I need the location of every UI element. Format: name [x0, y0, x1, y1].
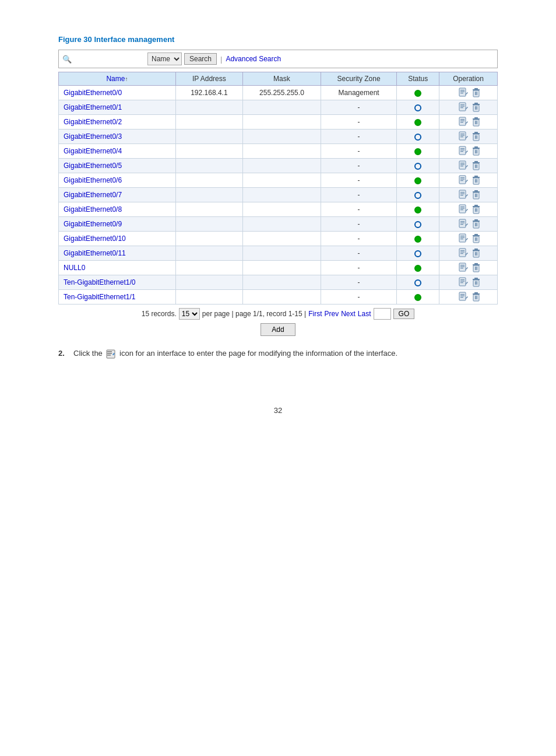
- edit-icon[interactable]: [458, 204, 469, 215]
- cell-ip: [175, 202, 242, 217]
- svg-rect-50: [473, 149, 479, 155]
- cell-operation: [439, 100, 498, 115]
- edit-icon[interactable]: [458, 160, 469, 171]
- cell-status: [397, 232, 439, 246]
- search-dropdown[interactable]: Name: [147, 52, 182, 65]
- delete-icon[interactable]: [471, 204, 479, 215]
- svg-rect-152: [475, 281, 476, 285]
- edit-icon[interactable]: [458, 219, 469, 229]
- interface-link[interactable]: GigabitEthernet0/5: [64, 162, 122, 170]
- svg-rect-63: [474, 161, 478, 162]
- interface-link[interactable]: GigabitEthernet0/2: [64, 118, 122, 126]
- svg-rect-150: [473, 279, 480, 280]
- interface-link[interactable]: GigabitEthernet0/3: [64, 132, 122, 141]
- interface-link[interactable]: GigabitEthernet0/1: [64, 103, 122, 111]
- cell-ip: [175, 290, 242, 304]
- interface-link[interactable]: GigabitEthernet0/10: [64, 235, 126, 243]
- search-input[interactable]: [75, 55, 145, 63]
- cell-zone: -: [321, 173, 397, 188]
- per-page-select[interactable]: 15: [179, 308, 200, 320]
- add-button[interactable]: Add: [261, 323, 295, 336]
- instruction-number: 2.: [58, 349, 70, 358]
- table-row: GigabitEthernet0/3-: [59, 130, 498, 144]
- delete-icon[interactable]: [471, 117, 479, 127]
- delete-icon[interactable]: [471, 88, 479, 98]
- cell-operation: [439, 115, 498, 130]
- delete-icon[interactable]: [471, 131, 479, 142]
- interface-link[interactable]: NULL0: [64, 264, 85, 272]
- advanced-search-link[interactable]: Advanced Search: [226, 55, 281, 63]
- interface-link[interactable]: GigabitEthernet0/9: [64, 220, 122, 228]
- status-icon: [414, 236, 421, 243]
- search-button[interactable]: Search: [184, 53, 217, 65]
- svg-rect-57: [460, 164, 464, 165]
- svg-rect-7: [473, 89, 480, 90]
- delete-icon[interactable]: [471, 190, 479, 200]
- edit-icon[interactable]: [458, 292, 469, 302]
- page-input[interactable]: 1: [374, 308, 391, 320]
- delete-icon[interactable]: [471, 233, 479, 244]
- interface-link[interactable]: GigabitEthernet0/8: [64, 205, 122, 214]
- cell-name: GigabitEthernet0/0: [59, 86, 176, 100]
- edit-icon[interactable]: [458, 102, 469, 113]
- interface-link[interactable]: Ten-GigabitEthernet1/0: [64, 278, 135, 286]
- edit-icon[interactable]: [458, 190, 469, 200]
- svg-rect-51: [473, 148, 480, 149]
- edit-icon[interactable]: [458, 88, 469, 98]
- edit-icon[interactable]: [458, 248, 469, 258]
- interface-link[interactable]: Ten-GigabitEthernet1/1: [64, 293, 135, 301]
- svg-rect-163: [475, 296, 476, 299]
- svg-rect-141: [475, 267, 476, 270]
- svg-rect-130: [475, 252, 476, 256]
- edit-icon[interactable]: [458, 262, 469, 273]
- delete-icon[interactable]: [471, 248, 479, 258]
- interface-link[interactable]: GigabitEthernet0/4: [64, 147, 122, 155]
- svg-rect-36: [460, 136, 463, 137]
- delete-icon[interactable]: [471, 175, 479, 186]
- interface-link[interactable]: GigabitEthernet0/11: [64, 249, 126, 257]
- svg-rect-134: [460, 267, 464, 267]
- delete-icon[interactable]: [471, 219, 479, 229]
- svg-rect-25: [460, 122, 463, 123]
- cell-name: GigabitEthernet0/10: [59, 232, 176, 246]
- delete-icon[interactable]: [471, 146, 479, 156]
- delete-icon[interactable]: [471, 292, 479, 302]
- edit-icon[interactable]: [458, 131, 469, 142]
- interface-link[interactable]: GigabitEthernet0/0: [64, 89, 122, 97]
- go-button[interactable]: GO: [393, 309, 415, 319]
- next-link[interactable]: Next: [341, 310, 356, 318]
- svg-rect-73: [473, 177, 480, 178]
- svg-marker-15: [466, 107, 468, 109]
- svg-rect-21: [476, 106, 477, 110]
- edit-icon[interactable]: [458, 175, 469, 186]
- add-row: Add: [58, 323, 498, 336]
- cell-status: [397, 202, 439, 217]
- svg-rect-119: [475, 237, 476, 241]
- edit-icon[interactable]: [458, 117, 469, 127]
- svg-rect-128: [473, 250, 480, 251]
- delete-icon[interactable]: [471, 277, 479, 288]
- svg-rect-12: [460, 104, 464, 105]
- edit-icon[interactable]: [458, 146, 469, 156]
- cell-name: GigabitEthernet0/7: [59, 188, 176, 202]
- cell-status: [397, 115, 439, 130]
- interface-link[interactable]: GigabitEthernet0/7: [64, 191, 122, 199]
- svg-rect-123: [460, 252, 464, 253]
- cell-operation: [439, 173, 498, 188]
- delete-icon[interactable]: [471, 262, 479, 273]
- last-link[interactable]: Last: [358, 310, 371, 318]
- prev-link[interactable]: Prev: [324, 310, 339, 318]
- edit-icon[interactable]: [458, 233, 469, 244]
- svg-marker-92: [466, 209, 468, 211]
- svg-marker-114: [466, 238, 468, 240]
- table-row: GigabitEthernet0/1-: [59, 100, 498, 115]
- svg-marker-147: [466, 282, 468, 284]
- edit-icon[interactable]: [458, 277, 469, 288]
- delete-icon[interactable]: [471, 102, 479, 113]
- interface-link[interactable]: GigabitEthernet0/6: [64, 176, 122, 184]
- delete-icon[interactable]: [471, 160, 479, 171]
- svg-rect-139: [473, 264, 480, 265]
- cell-zone: Management: [321, 86, 397, 100]
- first-link[interactable]: First: [308, 310, 322, 318]
- svg-rect-80: [460, 195, 463, 195]
